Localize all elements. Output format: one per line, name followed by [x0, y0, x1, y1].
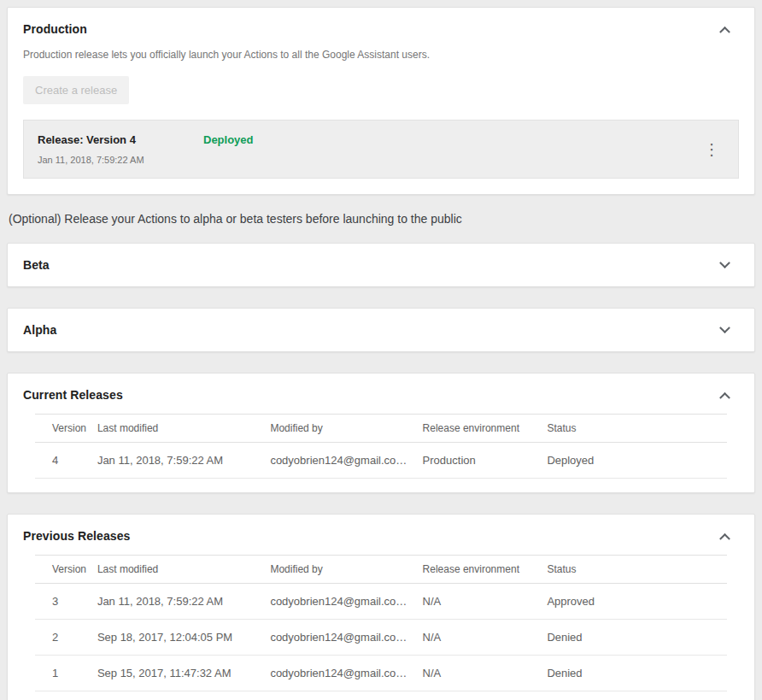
column-header: Modified by — [270, 415, 422, 443]
table-cell: N/A — [423, 620, 548, 656]
beta-title: Beta — [23, 258, 50, 272]
current-releases-title: Current Releases — [23, 388, 123, 402]
table-cell: 1 — [35, 656, 97, 691]
table-cell: Deployed — [547, 443, 727, 479]
column-header: Version — [35, 415, 97, 443]
release-status-badge: Deployed — [203, 133, 254, 146]
column-header: Release environment — [423, 556, 548, 584]
column-header: Release environment — [423, 415, 548, 443]
table-cell: Production — [423, 443, 548, 479]
chevron-down-icon[interactable] — [719, 322, 730, 333]
chevron-down-icon[interactable] — [719, 257, 730, 268]
release-row: Release: Version 4 Deployed Jan 11, 2018… — [23, 120, 739, 179]
table-cell: Jan 11, 2018, 7:59:22 AM — [97, 443, 271, 479]
production-title: Production — [23, 22, 87, 36]
current-releases-card: Current Releases VersionLast modifiedMod… — [7, 373, 755, 493]
chevron-up-icon[interactable] — [719, 391, 730, 403]
alpha-card-header[interactable]: Alpha — [8, 309, 754, 351]
release-date: Jan 11, 2018, 7:59:22 AM — [38, 155, 254, 165]
table-cell: codyobrien124@gmail.co… — [270, 584, 422, 620]
release-page: Production Production release lets you o… — [0, 0, 762, 700]
table-header-row: VersionLast modifiedModified byRelease e… — [35, 556, 727, 584]
table-cell: Denied — [547, 656, 727, 691]
optional-note: (Optional) Release your Actions to alpha… — [9, 212, 753, 226]
current-releases-header: Current Releases — [8, 374, 754, 402]
previous-releases-card: Previous Releases VersionLast modifiedMo… — [7, 514, 755, 700]
release-title: Release: Version 4 — [38, 133, 203, 146]
column-header: Last modified — [97, 415, 271, 443]
table-cell: 4 — [35, 443, 97, 479]
kebab-menu-icon[interactable]: ⋮ — [699, 140, 724, 159]
table-cell: Sep 18, 2017, 12:04:05 PM — [97, 620, 271, 656]
table-cell: Denied — [547, 620, 727, 656]
previous-releases-header: Previous Releases — [8, 515, 754, 543]
production-description: Production release lets you officially l… — [8, 36, 754, 61]
previous-releases-table: VersionLast modifiedModified byRelease e… — [35, 555, 727, 691]
table-cell: codyobrien124@gmail.co… — [270, 656, 422, 691]
create-release-button[interactable]: Create a release — [23, 76, 129, 104]
table-cell: codyobrien124@gmail.co… — [270, 620, 422, 656]
beta-card-header[interactable]: Beta — [8, 244, 754, 286]
table-row: 3Jan 11, 2018, 7:59:22 AMcodyobrien124@g… — [35, 584, 727, 620]
table-header-row: VersionLast modifiedModified byRelease e… — [35, 415, 727, 443]
column-header: Last modified — [97, 556, 271, 584]
table-cell: Sep 15, 2017, 11:47:32 AM — [97, 656, 271, 691]
table-row: 1Sep 15, 2017, 11:47:32 AMcodyobrien124@… — [35, 656, 727, 691]
current-releases-table: VersionLast modifiedModified byRelease e… — [35, 414, 727, 479]
table-cell: N/A — [423, 584, 548, 620]
table-cell: Approved — [547, 584, 727, 620]
table-row: 4Jan 11, 2018, 7:59:22 AMcodyobrien124@g… — [35, 443, 727, 479]
previous-releases-title: Previous Releases — [23, 529, 130, 543]
alpha-title: Alpha — [23, 323, 56, 337]
chevron-up-icon[interactable] — [719, 532, 730, 544]
table-cell: Jan 11, 2018, 7:59:22 AM — [97, 584, 271, 620]
release-top-line: Release: Version 4 Deployed — [38, 133, 254, 146]
table-cell: 2 — [35, 620, 97, 656]
production-card-header: Production — [8, 8, 754, 36]
table-row: 2Sep 18, 2017, 12:04:05 PMcodyobrien124@… — [35, 620, 727, 656]
column-header: Modified by — [270, 556, 422, 584]
column-header: Status — [547, 556, 727, 584]
production-card: Production Production release lets you o… — [7, 7, 755, 195]
beta-card: Beta — [7, 243, 755, 287]
release-main: Release: Version 4 Deployed Jan 11, 2018… — [38, 133, 254, 165]
column-header: Status — [547, 415, 727, 443]
table-cell: codyobrien124@gmail.co… — [270, 443, 422, 479]
alpha-card: Alpha — [7, 308, 755, 352]
column-header: Version — [35, 556, 97, 584]
table-cell: N/A — [423, 656, 548, 691]
table-cell: 3 — [35, 584, 97, 620]
